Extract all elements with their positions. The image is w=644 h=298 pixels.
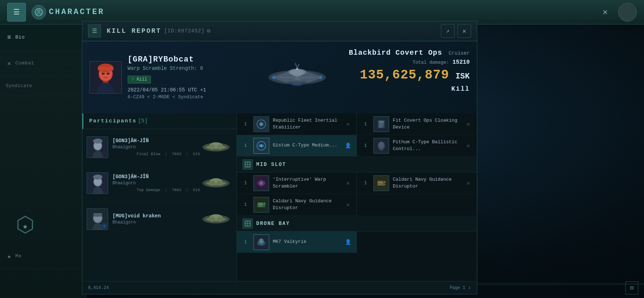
sidebar-item-bio[interactable]: ≡ Bio	[0, 24, 86, 50]
item-person-icon: 👤	[344, 141, 352, 150]
item-name: Fit Covert Ops Cloaking Device	[393, 117, 464, 130]
item-row[interactable]: 1 Pithum C-Type Ballistic Control... ✕	[357, 135, 477, 157]
item-row[interactable]: 1 Caldari Navy Guidance Disrup	[237, 194, 356, 216]
user-avatar	[618, 3, 637, 22]
svg-point-72	[264, 203, 265, 204]
panel-export-button[interactable]: ↗	[441, 24, 455, 38]
filter-icon: ⊟	[630, 284, 634, 292]
damage-value: 15210	[452, 59, 470, 66]
panel-header: ☰ KILL REPORT [ID:6972452] ⧉ ↗ ✕	[82, 21, 477, 41]
combat-icon: ✕	[7, 59, 11, 67]
participant-info-3: [MUG]void kraken Bhaalgorn	[112, 213, 200, 225]
item-icon	[253, 138, 269, 154]
item-row[interactable]: 1 Republic Fleet Inertial Stabilizer ✕	[237, 113, 356, 135]
item-qty: 1	[241, 122, 250, 127]
ship-image-area	[247, 49, 348, 106]
ship-name: Blackbird Covert Ops	[349, 49, 442, 57]
panel-close-icon: ✕	[463, 27, 466, 35]
panel-close-button[interactable]: ✕	[457, 24, 471, 38]
participant-stats-1: Final Blow | 7803 | 51%	[112, 152, 200, 156]
item-remove-icon[interactable]: ✕	[344, 179, 352, 188]
participants-count: [5]	[138, 118, 148, 124]
item-row[interactable]: 1 Caldari Navy Guidance Disrup	[357, 172, 477, 194]
svg-rect-70	[258, 206, 262, 207]
mid-slot-items-grid: 1 'Interruptive' Warp Scrambler ✕	[237, 172, 477, 216]
filter-button[interactable]: ⊟	[625, 281, 638, 294]
panel-menu-button[interactable]: ☰	[88, 24, 101, 37]
mid-items-left: 1 'Interruptive' Warp Scrambler ✕	[237, 172, 357, 216]
sidebar-combat-label: Combat	[15, 60, 34, 66]
kill-info-section: [GRA]RYBobcat Warp Scramble Strength: 6 …	[82, 41, 477, 113]
svg-point-15	[272, 76, 276, 79]
participants-header: Participants [5]	[82, 113, 236, 129]
item-icon	[373, 138, 389, 154]
panel-title: KILL REPORT	[107, 27, 161, 35]
item-name: Caldari Navy Guidance Disruptor	[273, 198, 344, 211]
participants-label: Participants	[89, 118, 137, 124]
bottom-bar-value: 8,414.24	[88, 285, 109, 290]
item-icon	[253, 197, 269, 213]
ship-type: Cruiser	[448, 50, 470, 56]
drone-person-icon: 👤	[344, 238, 352, 247]
drone-bay-items-grid: 1 MK7 Valkyrie 👤	[237, 231, 477, 253]
menu-button[interactable]: ☰	[7, 3, 26, 22]
top-items-grid: 1 Republic Fleet Inertial Stabilizer ✕	[237, 113, 477, 157]
participant-avatar-3: ★	[87, 208, 108, 230]
item-remove-icon[interactable]: ✕	[464, 120, 473, 128]
drone-bay-label: Drone Bay	[256, 221, 290, 226]
participant-avatar-2	[87, 172, 108, 194]
item-icon	[373, 116, 389, 132]
participant-info-2: [GON3]ÂH-JÎÑ Bhaalgorn Top Damage | 7803…	[112, 174, 200, 192]
participant-item[interactable]: ★ [MUG]void kraken Bhaalgorn	[82, 201, 236, 237]
item-row-highlighted[interactable]: 1 Gistum C-Type Medium... 👤	[237, 135, 356, 157]
sidebar-item-combat[interactable]: ✕ Combat	[0, 50, 86, 76]
items-right-col: 1 Fit Covert Ops Cloaking Device ✕	[357, 113, 477, 157]
hamburger-icon: ☰	[13, 8, 20, 17]
svg-point-16	[319, 76, 322, 79]
svg-point-45	[260, 123, 262, 125]
item-qty: 1	[361, 122, 370, 127]
item-row[interactable]: 1 MK7 Valkyrie 👤	[237, 231, 356, 253]
item-remove-icon[interactable]: ✕	[464, 179, 473, 188]
sidebar-item-me[interactable]: ★ Me	[0, 243, 86, 269]
item-qty: 1	[241, 143, 250, 148]
page-next-button[interactable]: ›	[468, 285, 471, 291]
avatar-face	[90, 62, 121, 93]
svg-rect-18	[293, 71, 302, 74]
item-name: 'Interruptive' Warp Scrambler	[273, 176, 344, 189]
participant-item[interactable]: [GON3]ÂH-JÎÑ Bhaalgorn Top Damage | 7803…	[82, 165, 236, 201]
drone-bay-header: Drone Bay	[237, 216, 477, 231]
item-remove-icon[interactable]: ✕	[464, 141, 473, 150]
sidebar-bio-label: Bio	[15, 35, 25, 40]
items-panel: 1 Republic Fleet Inertial Stabilizer ✕	[237, 113, 477, 294]
item-remove-icon[interactable]: ✕	[344, 200, 352, 209]
participant-avatar-1	[87, 136, 108, 158]
item-remove-icon[interactable]: ✕	[344, 120, 352, 128]
svg-point-33	[93, 175, 102, 180]
drone-items-left: 1 MK7 Valkyrie 👤	[237, 231, 357, 253]
svg-point-85	[259, 239, 263, 244]
item-qty: 1	[241, 240, 250, 245]
participant-name-2: [GON3]ÂH-JÎÑ	[112, 174, 200, 180]
star-decoration-icon: ★	[23, 221, 28, 231]
item-icon	[373, 175, 389, 191]
mid-slot-header: Mid Slot	[237, 157, 477, 172]
damage-label: Total damage:	[413, 60, 449, 65]
svg-point-1	[38, 10, 40, 12]
item-icon	[253, 116, 269, 132]
left-sidebar: ≡ Bio ✕ Combat Syndicate ⬡ ★ ★ Me	[0, 24, 86, 298]
item-name: Republic Fleet Inertial Stabilizer	[273, 117, 344, 130]
ship-image	[250, 50, 344, 104]
mid-slot-icon	[243, 159, 253, 170]
app-close-button[interactable]: ✕	[598, 5, 612, 19]
svg-point-22	[292, 83, 303, 86]
copy-id-icon[interactable]: ⧉	[207, 28, 210, 34]
participant-ship-2: Bhaalgorn	[112, 181, 200, 186]
corp-star-icon: ★	[101, 223, 107, 229]
kill-badge: ↑ Kill	[128, 76, 151, 83]
sidebar-syndicate: Syndicate	[0, 76, 86, 96]
participant-name-3: [MUG]void kraken	[112, 213, 200, 219]
participant-item[interactable]: [GON3]ÂH-JÎÑ Bhaalgorn Final Blow | 7803…	[82, 129, 236, 165]
item-row[interactable]: 1 'Interruptive' Warp Scrambler ✕	[237, 172, 356, 194]
item-row[interactable]: 1 Fit Covert Ops Cloaking Device ✕	[357, 113, 477, 135]
